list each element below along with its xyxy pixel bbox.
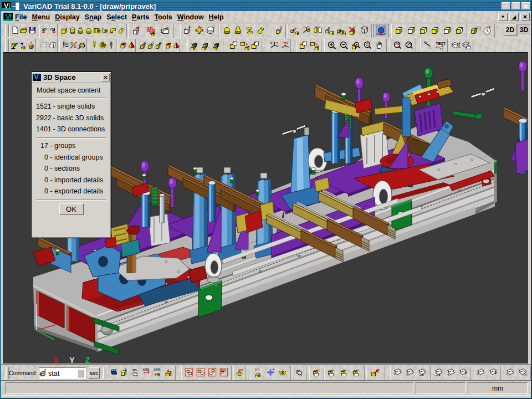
svg-text:3D: 3D: [132, 369, 137, 372]
svg-text:3: 3: [125, 368, 127, 371]
svg-text:c: c: [270, 40, 273, 44]
svg-text:-1: -1: [357, 369, 360, 372]
svg-text:×: ×: [345, 369, 346, 372]
svg-text:IZO: IZO: [475, 26, 481, 30]
svg-text:?: ?: [279, 25, 282, 31]
svg-text:SET: SET: [524, 374, 528, 376]
svg-text:BST: BST: [238, 368, 243, 371]
svg-text:R: R: [507, 373, 509, 376]
svg-text:ATTR: ATTR: [154, 369, 160, 371]
svg-text:?: ?: [44, 369, 46, 373]
svg-text:TEXT: TEXT: [436, 42, 446, 45]
svg-text:?: ?: [258, 368, 260, 372]
svg-text:J: J: [282, 368, 284, 371]
svg-text:?: ?: [167, 370, 169, 374]
svg-text:?: ?: [308, 25, 310, 29]
svg-text:ATTR: ATTR: [143, 369, 150, 371]
svg-text:t: t: [136, 26, 137, 30]
svg-text:?: ?: [382, 25, 385, 30]
svg-text:?: ?: [366, 28, 369, 32]
